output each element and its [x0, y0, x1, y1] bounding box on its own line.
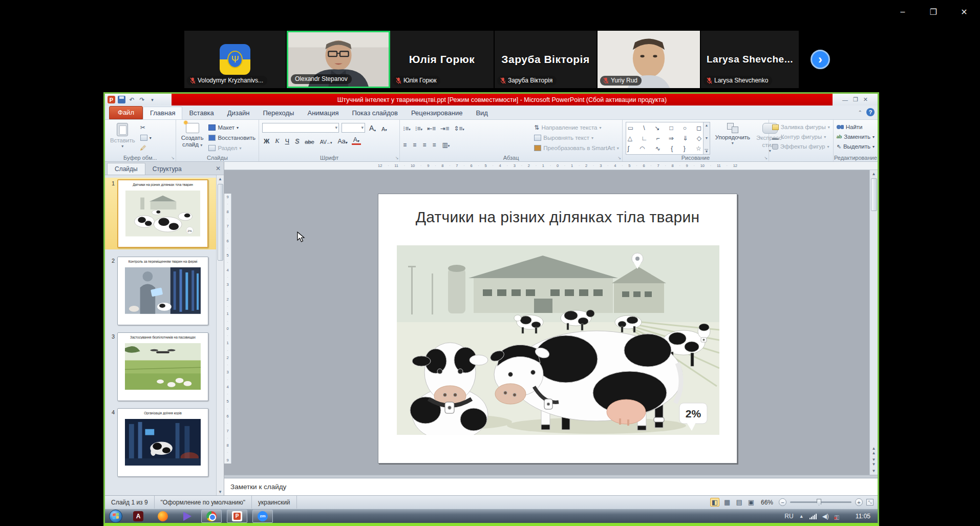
tab-dizayn[interactable]: Дизайн: [221, 107, 257, 119]
panel-close-icon[interactable]: ✕: [216, 165, 221, 172]
network-signal-icon[interactable]: [809, 513, 817, 519]
format-painter-button[interactable]: 🖉: [140, 143, 152, 153]
cut-button[interactable]: ✂: [140, 123, 152, 132]
paragraph-dialog-launcher[interactable]: ↘: [617, 156, 621, 160]
tab-pokaz-slaydov[interactable]: Показ слайдов: [346, 107, 405, 119]
slide-title-text[interactable]: Датчики на різних ділянках тіла тварин: [378, 208, 737, 226]
tab-slides-thumbnails[interactable]: Слайды: [107, 163, 145, 175]
italic-button[interactable]: К: [273, 136, 281, 145]
align-text-button[interactable]: Выровнять текст▾: [534, 133, 619, 142]
section-button[interactable]: Раздел▾: [208, 143, 255, 153]
volume-icon[interactable]: ◀): [822, 513, 829, 520]
zoom-slider-thumb[interactable]: [817, 499, 821, 506]
normal-view-icon[interactable]: ◧: [710, 498, 719, 507]
strikethrough-button[interactable]: abe: [303, 136, 315, 145]
scroll-down-icon[interactable]: ▼: [872, 469, 876, 473]
participant-tile-yuriy[interactable]: Yuriy Rud: [598, 31, 701, 88]
numbering-icon[interactable]: ⁝≡▾: [415, 125, 422, 132]
tab-animatsiya[interactable]: Анимация: [301, 107, 345, 119]
font-color-button[interactable]: А▾: [352, 136, 361, 145]
character-spacing-button[interactable]: AV↔▾: [318, 136, 334, 145]
justify-icon[interactable]: ≡: [432, 141, 436, 149]
paste-button[interactable]: Вставить ▾: [108, 122, 137, 154]
bold-button[interactable]: Ж: [262, 136, 271, 145]
participant-tile-yuliia[interactable]: Юлія Горюк Юлія Горюк: [390, 31, 495, 88]
next-slide-icon[interactable]: ▼▼: [872, 457, 876, 467]
language-indicator[interactable]: украинский: [252, 496, 297, 509]
minimize-ribbon-icon[interactable]: ⌃: [858, 110, 862, 115]
slide-thumbnail-2[interactable]: 2 Контроль за переміщенням тварин на фер…: [105, 257, 224, 325]
minimize-button[interactable]: –: [894, 4, 911, 19]
tab-outline[interactable]: Структура: [145, 163, 189, 175]
slide-thumbnail-3[interactable]: 3 Застосування безпілотників на пасовища…: [105, 332, 224, 401]
scroll-up-icon[interactable]: ▲: [218, 175, 222, 182]
ppt-close-button[interactable]: ✕: [863, 96, 868, 103]
layout-button[interactable]: Макет▾: [208, 123, 255, 132]
tab-perekhody[interactable]: Переходы: [256, 107, 301, 119]
customize-quick-access-icon[interactable]: ▾: [148, 96, 156, 103]
participant-tile-larysa[interactable]: Larysa Shevche... Larysa Shevchenko: [701, 31, 800, 88]
slide-thumbnail-4[interactable]: 4 Організація доїння корів: [105, 408, 224, 477]
save-icon[interactable]: [118, 96, 125, 103]
align-left-icon[interactable]: ≡: [403, 141, 407, 149]
text-shadow-button[interactable]: S: [293, 136, 301, 145]
start-button[interactable]: [109, 510, 122, 523]
grow-font-button[interactable]: A▴: [368, 123, 377, 132]
clipboard-dialog-launcher[interactable]: ↘: [171, 156, 175, 160]
fit-to-window-icon[interactable]: ⤡: [866, 499, 874, 506]
align-right-icon[interactable]: ≡: [422, 141, 426, 149]
slide-thumbnail-1[interactable]: 1 Датчики на різних ділянках тіла тварин: [105, 178, 217, 249]
theme-name[interactable]: "Оформление по умолчанию": [155, 496, 252, 509]
new-slide-button[interactable]: Создать слайд ▾: [179, 122, 206, 154]
shape-effects-button[interactable]: Эффекты фигур▾: [772, 142, 830, 151]
close-button[interactable]: ✕: [955, 4, 973, 19]
taskbar-firefox-icon[interactable]: [154, 510, 172, 523]
hidden-icons-arrow[interactable]: ▲: [799, 514, 804, 519]
copy-button[interactable]: ▾: [140, 133, 152, 142]
powerpoint-logo-icon[interactable]: P: [108, 96, 115, 103]
shape-outline-button[interactable]: Контур фигуры▾: [772, 132, 830, 141]
tab-vid[interactable]: Вид: [469, 107, 495, 119]
font-size-combo[interactable]: ▾: [342, 123, 365, 133]
tab-vstavka[interactable]: Вставка: [182, 107, 220, 119]
reset-button[interactable]: Восстановить: [208, 133, 255, 142]
arrange-button[interactable]: Упорядочить ▾: [713, 122, 752, 154]
participant-tile-zaruba[interactable]: Заруба Вікторія Заруба Вікторія: [495, 31, 598, 88]
scroll-down-icon[interactable]: ▼: [218, 488, 222, 495]
replace-button[interactable]: abЗаменить▾: [837, 132, 875, 141]
network-disconnected-icon[interactable]: [835, 513, 842, 520]
zoom-slider[interactable]: [790, 501, 851, 503]
shapes-gallery-scrollbar[interactable]: ▲▼▼: [704, 122, 710, 155]
taskbar-powerpoint-icon[interactable]: P: [227, 510, 247, 523]
slide-sorter-view-icon[interactable]: ▦: [723, 498, 731, 506]
slide-image-cows-sensors[interactable]: 2%: [397, 245, 719, 435]
slide-canvas[interactable]: 9·8·7·6·5·4·3·2·1·0·1·2·3·4·5·6·7·8·9 Да…: [224, 170, 878, 475]
tab-file[interactable]: Файл: [109, 106, 143, 119]
select-button[interactable]: ⇖Выделить▾: [837, 142, 875, 151]
text-direction-button[interactable]: ⇅Направление текста▾: [534, 123, 619, 132]
line-spacing-icon[interactable]: ⇕≡▾: [454, 125, 464, 132]
ppt-restore-button[interactable]: ❐: [853, 96, 858, 103]
previous-slide-icon[interactable]: ▲▲: [872, 446, 876, 455]
scroll-up-icon[interactable]: ▲: [872, 170, 876, 176]
smartart-button[interactable]: Преобразовать в SmartArt▾: [534, 143, 619, 153]
participant-tile-olexandr[interactable]: Olexandr Stepanov: [287, 31, 390, 88]
notes-pane[interactable]: Заметки к слайду: [224, 478, 878, 495]
drawing-dialog-launcher[interactable]: ↘: [764, 156, 768, 160]
shape-fill-button[interactable]: Заливка фигуры▾: [772, 122, 830, 132]
clock[interactable]: 11:05: [856, 513, 870, 520]
align-center-icon[interactable]: ≡: [413, 141, 416, 149]
reading-view-icon[interactable]: ▤: [735, 498, 743, 506]
zoom-out-icon[interactable]: −: [779, 498, 786, 506]
underline-button[interactable]: Ч: [284, 136, 291, 145]
columns-icon[interactable]: ▥▾: [442, 141, 450, 149]
font-name-combo[interactable]: ▾: [262, 123, 339, 133]
taskbar-mediaplayer-icon[interactable]: [179, 510, 196, 523]
taskbar-zoom-icon[interactable]: zm: [252, 510, 273, 523]
shapes-gallery[interactable]: ▭\↘□○◻△∟⌐⇒⇓◇ʃ◠∿{}☆ ▲▼▼: [626, 122, 710, 154]
decrease-indent-icon[interactable]: ⇤≡: [427, 125, 436, 132]
redo-icon[interactable]: ↷: [138, 96, 146, 103]
tab-glavnaya[interactable]: Главная: [143, 107, 182, 119]
main-scrollbar[interactable]: ▲ ▲▲ ▼▼ ▼: [869, 170, 878, 475]
undo-icon[interactable]: ↶: [128, 96, 136, 103]
